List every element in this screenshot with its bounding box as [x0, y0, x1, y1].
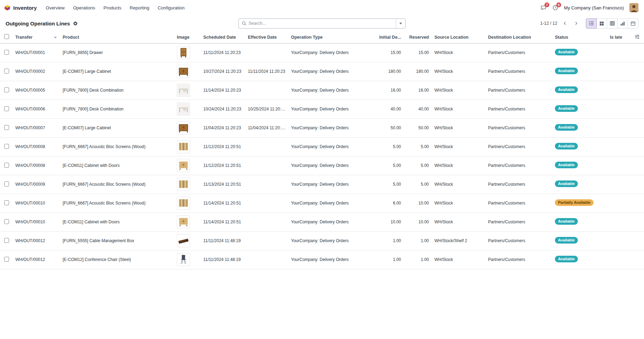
column-header-product[interactable]: Product: [60, 31, 174, 43]
destination-location-cell[interactable]: Partners/Customers: [485, 231, 552, 250]
product-cell[interactable]: [E-COM12] Conference Chair (Steel): [60, 250, 174, 269]
operation-type-cell[interactable]: YourCompany: Delivery Orders: [288, 81, 374, 100]
product-cell[interactable]: [E-COM07] Large Cabinet: [60, 62, 174, 81]
column-header-transfer[interactable]: Transfer: [13, 31, 60, 43]
effective-date-cell[interactable]: [245, 137, 288, 156]
pager-previous-button[interactable]: [561, 19, 569, 28]
row-checkbox[interactable]: [4, 50, 9, 55]
row-checkbox[interactable]: [4, 69, 9, 74]
source-location-cell[interactable]: WH/Stock: [432, 100, 485, 118]
row-checkbox[interactable]: [4, 200, 9, 205]
effective-date-cell[interactable]: 10/25/2024 11:20:23: [245, 100, 288, 118]
column-header-initial-demand[interactable]: Initial De...: [374, 31, 404, 43]
destination-location-cell[interactable]: Partners/Customers: [485, 118, 552, 137]
initial-demand-cell[interactable]: 1.00: [374, 250, 404, 269]
initial-demand-cell[interactable]: 5.00: [374, 175, 404, 194]
initial-demand-cell[interactable]: 1.00: [374, 231, 404, 250]
scheduled-date-cell[interactable]: 11/12/2024 11:20:51: [201, 137, 245, 156]
row-checkbox[interactable]: [4, 238, 9, 243]
destination-location-cell[interactable]: Partners/Customers: [485, 81, 552, 100]
row-checkbox[interactable]: [4, 182, 9, 186]
scheduled-date-cell[interactable]: 11/11/2024 11:48:19: [201, 250, 245, 269]
source-location-cell[interactable]: WH/Stock: [432, 118, 485, 137]
reserved-cell[interactable]: 5.00: [404, 175, 432, 194]
product-cell[interactable]: [FURN_5555] Cable Management Box: [60, 231, 174, 250]
effective-date-cell[interactable]: [245, 43, 288, 62]
destination-location-cell[interactable]: Partners/Customers: [485, 43, 552, 62]
scheduled-date-cell[interactable]: 11/14/2024 11:20:23: [201, 81, 245, 100]
table-row[interactable]: WH/OUT/00006[FURN_7800] Desk Combination…: [0, 100, 644, 118]
view-switch-graph[interactable]: [617, 18, 628, 29]
scheduled-date-cell[interactable]: 11/12/2024 11:20:51: [201, 156, 245, 175]
column-header-effective-date[interactable]: Effective Date: [245, 31, 288, 43]
transfer-cell[interactable]: WH/OUT/00005: [13, 81, 60, 100]
app-name[interactable]: Inventory: [13, 5, 37, 11]
column-header-reserved[interactable]: Reserved: [404, 31, 432, 43]
reserved-cell[interactable]: 1.00: [404, 250, 432, 269]
operation-type-cell[interactable]: YourCompany: Delivery Orders: [288, 156, 374, 175]
source-location-cell[interactable]: WH/Stock: [432, 137, 485, 156]
product-cell[interactable]: [FURN_7800] Desk Combination: [60, 100, 174, 118]
initial-demand-cell[interactable]: 50.00: [374, 118, 404, 137]
table-row[interactable]: WH/OUT/00012[E-COM12] Conference Chair (…: [0, 250, 644, 269]
destination-location-cell[interactable]: Partners/Customers: [485, 213, 552, 231]
column-header-scheduled-date[interactable]: Scheduled Date: [201, 31, 245, 43]
operation-type-cell[interactable]: YourCompany: Delivery Orders: [288, 175, 374, 194]
scheduled-date-cell[interactable]: 11/14/2024 11:20:51: [201, 194, 245, 213]
view-switch-calendar[interactable]: [628, 18, 638, 29]
table-row[interactable]: WH/OUT/00002[E-COM07] Large Cabinet10/27…: [0, 62, 644, 81]
table-row[interactable]: WH/OUT/00010[FURN_6667] Acoustic Bloc Sc…: [0, 194, 644, 213]
source-location-cell[interactable]: WH/Stock: [432, 213, 485, 231]
reserved-cell[interactable]: 5.00: [404, 137, 432, 156]
odoo-logo-icon[interactable]: [4, 5, 10, 11]
company-selector[interactable]: My Company (San Francisco): [564, 5, 624, 10]
effective-date-cell[interactable]: [245, 175, 288, 194]
operation-type-cell[interactable]: YourCompany: Delivery Orders: [288, 137, 374, 156]
source-location-cell[interactable]: WH/Stock: [432, 62, 485, 81]
product-cell[interactable]: [FURN_6667] Acoustic Bloc Screens (Wood): [60, 194, 174, 213]
destination-location-cell[interactable]: Partners/Customers: [485, 175, 552, 194]
view-switch-list[interactable]: [586, 18, 597, 29]
table-row[interactable]: WH/OUT/00008[FURN_6667] Acoustic Bloc Sc…: [0, 137, 644, 156]
transfer-cell[interactable]: WH/OUT/00008: [13, 156, 60, 175]
transfer-cell[interactable]: WH/OUT/00010: [13, 213, 60, 231]
column-header-status[interactable]: Status: [552, 31, 607, 43]
table-row[interactable]: WH/OUT/00007[E-COM07] Large Cabinet11/04…: [0, 118, 644, 137]
scheduled-date-cell[interactable]: 11/11/2024 11:20:23: [201, 43, 245, 62]
row-checkbox[interactable]: [4, 144, 9, 149]
menu-reporting[interactable]: Reporting: [130, 5, 149, 10]
view-switch-pivot[interactable]: [607, 18, 618, 29]
operation-type-cell[interactable]: YourCompany: Delivery Orders: [288, 100, 374, 118]
product-cell[interactable]: [FURN_6667] Acoustic Bloc Screens (Wood): [60, 137, 174, 156]
reserved-cell[interactable]: 16.00: [404, 81, 432, 100]
table-row[interactable]: WH/OUT/00009[FURN_6667] Acoustic Bloc Sc…: [0, 175, 644, 194]
scheduled-date-cell[interactable]: 11/14/2024 11:20:51: [201, 213, 245, 231]
column-header-source-location[interactable]: Source Location: [432, 31, 485, 43]
product-cell[interactable]: [E-COM11] Cabinet with Doors: [60, 156, 174, 175]
table-row[interactable]: WH/OUT/00010[E-COM11] Cabinet with Doors…: [0, 213, 644, 231]
destination-location-cell[interactable]: Partners/Customers: [485, 194, 552, 213]
column-header-destination-location[interactable]: Destination Location: [485, 31, 552, 43]
source-location-cell[interactable]: WH/Stock: [432, 175, 485, 194]
destination-location-cell[interactable]: Partners/Customers: [485, 100, 552, 118]
scheduled-date-cell[interactable]: 11/11/2024 11:48:19: [201, 231, 245, 250]
reserved-cell[interactable]: 10.00: [404, 194, 432, 213]
optional-columns-toggle[interactable]: [635, 34, 640, 39]
initial-demand-cell[interactable]: 6.00: [374, 194, 404, 213]
product-cell[interactable]: [FURN_8855] Drawer: [60, 43, 174, 62]
user-avatar[interactable]: [629, 3, 638, 12]
reserved-cell[interactable]: 15.00: [404, 43, 432, 62]
effective-date-cell[interactable]: [245, 156, 288, 175]
select-all-checkbox[interactable]: [4, 34, 9, 39]
table-row[interactable]: WH/OUT/00008[E-COM11] Cabinet with Doors…: [0, 156, 644, 175]
view-switch-kanban[interactable]: [596, 18, 607, 29]
reserved-cell[interactable]: 40.00: [404, 100, 432, 118]
row-checkbox[interactable]: [4, 106, 9, 111]
menu-overview[interactable]: Overview: [46, 5, 65, 10]
scheduled-date-cell[interactable]: 10/27/2024 11:20:23: [201, 62, 245, 81]
column-header-image[interactable]: Image: [174, 31, 201, 43]
reserved-cell[interactable]: 1.00: [404, 231, 432, 250]
reserved-cell[interactable]: 10.00: [404, 213, 432, 231]
initial-demand-cell[interactable]: 16.00: [374, 81, 404, 100]
source-location-cell[interactable]: WH/Stock: [432, 194, 485, 213]
